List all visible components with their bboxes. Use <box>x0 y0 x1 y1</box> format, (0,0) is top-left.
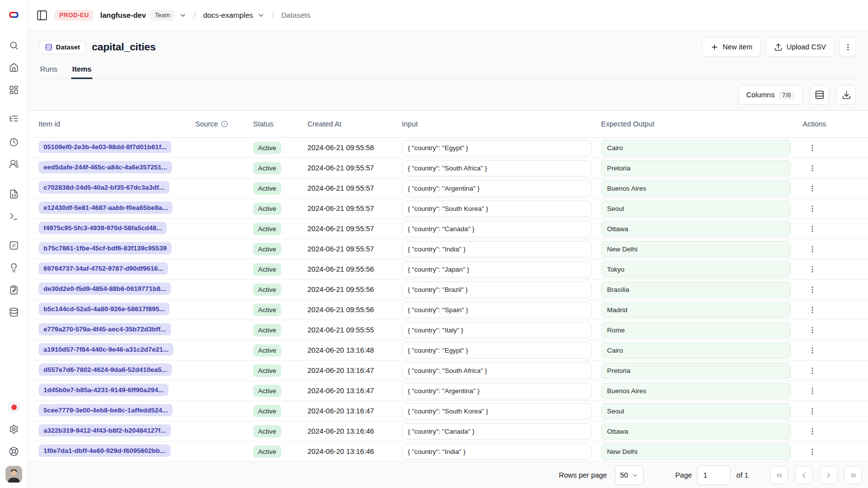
input-box[interactable]: { "country": "Japan" } <box>402 261 592 278</box>
next-page-button[interactable] <box>820 466 837 484</box>
sidebar-item-sessions[interactable] <box>5 133 23 151</box>
sidebar-item-annotation[interactable] <box>5 281 23 299</box>
export-button[interactable] <box>836 85 856 105</box>
expected-output-box[interactable]: Brasília <box>601 282 791 298</box>
upload-csv-button[interactable]: Upload CSV <box>766 37 834 57</box>
table-row[interactable]: 1d45b0e7-b85a-4231-9149-6ff90a294... Act… <box>28 381 868 401</box>
item-id-badge[interactable]: f4975c95-5fc3-4939-970d-58fa5cd48... <box>39 222 167 234</box>
input-box[interactable]: { "country": "Italy" } <box>402 322 592 338</box>
expected-output-box[interactable]: Cairo <box>601 342 791 359</box>
sidebar-item-home[interactable] <box>5 59 23 77</box>
table-row[interactable]: e12430df-5e81-4687-aabb-f0ea65be8a... Ac… <box>28 199 868 219</box>
row-actions-button[interactable] <box>806 283 819 296</box>
table-row[interactable]: 5cee7779-3e00-4eb8-be8c-1affedd524... Ac… <box>28 401 868 421</box>
item-id-badge[interactable]: e12430df-5e81-4687-aabb-f0ea65be8a... <box>39 202 173 214</box>
row-actions-button[interactable] <box>806 364 819 377</box>
expected-output-box[interactable]: Buenos Aires <box>601 180 791 197</box>
item-id-badge[interactable]: 5cee7779-3e00-4eb8-be8c-1affedd524... <box>39 404 173 416</box>
sidebar-item-search[interactable] <box>5 37 23 54</box>
expected-output-box[interactable]: Ottawa <box>601 221 791 237</box>
row-actions-button[interactable] <box>806 141 819 155</box>
columns-button[interactable]: Columns 7/8 <box>738 85 803 105</box>
tab-items[interactable]: Items <box>71 60 92 79</box>
input-box[interactable]: { "country": "Canada" } <box>402 221 592 237</box>
item-id-badge[interactable]: de30d2e0-f5d9-4854-88b6-0619771b8... <box>39 283 171 295</box>
sidebar-item-settings[interactable] <box>5 420 23 438</box>
row-actions-button[interactable] <box>806 162 819 175</box>
input-box[interactable]: { "country": "India" } <box>402 444 592 460</box>
item-id-badge[interactable]: eed5dafe-244f-465c-a84c-4a6e357251... <box>39 161 172 173</box>
row-actions-button[interactable] <box>806 303 819 317</box>
user-avatar[interactable] <box>5 466 22 483</box>
sidebar-item-datasets[interactable] <box>5 303 23 321</box>
item-id-badge[interactable]: 1f0e7da1-dbff-4e60-929d-f6095602bb... <box>39 445 171 457</box>
expected-output-box[interactable]: Madrid <box>601 302 791 318</box>
table-row[interactable]: e779a270-579a-4f45-aec4-35b72d3bff... Ac… <box>28 320 868 340</box>
sidebar-item-playground[interactable] <box>5 207 23 225</box>
item-id-badge[interactable]: b5c144cd-52a5-4a80-926e-58617f895... <box>39 303 170 315</box>
row-actions-button[interactable] <box>806 243 819 256</box>
first-page-button[interactable] <box>770 466 788 484</box>
table-row[interactable]: f4975c95-5fc3-4939-970d-58fa5cd48... Act… <box>28 219 868 239</box>
item-id-badge[interactable]: 69764737-34af-4752-9787-d90df9616... <box>39 262 168 275</box>
item-id-badge[interactable]: d557e7d6-7802-4624-9da6-52d410ea5... <box>39 364 172 376</box>
expected-output-box[interactable]: Pretoria <box>601 160 791 176</box>
info-icon[interactable] <box>221 121 228 127</box>
row-actions-button[interactable] <box>806 405 819 418</box>
input-box[interactable]: { "country": "South Korea" } <box>402 403 592 419</box>
expected-output-box[interactable]: Seoul <box>601 403 791 419</box>
table-row[interactable]: a1910d57-7f84-440c-9e46-a31c2d7e21... Ac… <box>28 340 868 361</box>
input-box[interactable]: { "country": "Argentina" } <box>402 383 592 399</box>
expected-output-box[interactable]: Cairo <box>601 140 791 156</box>
row-actions-button[interactable] <box>806 263 819 276</box>
input-box[interactable]: { "country": "India" } <box>402 241 592 257</box>
input-box[interactable]: { "country": "South Africa" } <box>402 363 592 379</box>
input-box[interactable]: { "country": "South Africa" } <box>402 160 592 176</box>
table-row[interactable]: 05109ef0-2e3b-4e03-98dd-8f7d01b61f... Ac… <box>28 138 868 158</box>
expected-output-box[interactable]: New Delhi <box>601 241 791 257</box>
sidebar-toggle-button[interactable] <box>36 9 48 21</box>
more-options-button[interactable] <box>839 37 856 57</box>
breadcrumb-datasets[interactable]: Datasets <box>281 11 310 19</box>
last-page-button[interactable] <box>844 466 862 484</box>
previous-page-button[interactable] <box>795 466 813 484</box>
input-box[interactable]: { "country": "Argentina" } <box>402 180 592 197</box>
row-actions-button[interactable] <box>806 425 819 438</box>
expected-output-box[interactable]: Seoul <box>601 201 791 217</box>
tab-runs[interactable]: Runs <box>39 60 58 79</box>
row-height-button[interactable] <box>810 85 829 105</box>
sidebar-item-evaluation[interactable] <box>5 237 23 254</box>
input-box[interactable]: { "country": "Spain" } <box>402 302 592 318</box>
table-row[interactable]: b5c144cd-52a5-4a80-926e-58617f895... Act… <box>28 300 868 320</box>
sidebar-item-tracing[interactable] <box>5 110 23 127</box>
expected-output-box[interactable]: Rome <box>601 322 791 338</box>
row-actions-button[interactable] <box>806 324 819 337</box>
row-actions-button[interactable] <box>806 202 819 215</box>
input-box[interactable]: { "country": "Egypt" } <box>402 342 592 359</box>
item-id-badge[interactable]: b75c7861-1fbe-45cf-bdf6-83f139c95539 <box>39 242 172 254</box>
table-row[interactable]: d557e7d6-7802-4624-9da6-52d410ea5... Act… <box>28 361 868 381</box>
row-actions-button[interactable] <box>806 445 819 458</box>
rows-per-page-select[interactable]: 50 <box>615 465 644 485</box>
table-row[interactable]: c702838d-24d5-40a2-bf35-67dc3a3df... Act… <box>28 178 868 199</box>
table-row[interactable]: eed5dafe-244f-465c-a84c-4a6e357251... Ac… <box>28 158 868 178</box>
expected-output-box[interactable]: Tokyo <box>601 261 791 278</box>
table-row[interactable]: 1f0e7da1-dbff-4e60-929d-f6095602bb... Ac… <box>28 442 868 462</box>
row-actions-button[interactable] <box>806 344 819 357</box>
item-id-badge[interactable]: c702838d-24d5-40a2-bf35-67dc3a3df... <box>39 181 170 194</box>
expected-output-box[interactable]: New Delhi <box>601 444 791 460</box>
item-id-badge[interactable]: e779a270-579a-4f45-aec4-35b72d3bff... <box>39 323 171 335</box>
langfuse-logo-icon[interactable] <box>7 8 21 22</box>
row-actions-button[interactable] <box>806 222 819 236</box>
sidebar-item-dashboard[interactable] <box>5 81 23 99</box>
sidebar-item-prompts[interactable] <box>5 185 23 203</box>
table-row[interactable]: 69764737-34af-4752-9787-d90df9616... Act… <box>28 259 868 280</box>
expected-output-box[interactable]: Buenos Aires <box>601 383 791 399</box>
page-number-input[interactable] <box>697 465 731 485</box>
item-id-badge[interactable]: a1910d57-7f84-440c-9e46-a31c2d7e21... <box>39 343 174 356</box>
project-switcher[interactable]: docs-examples <box>203 11 265 19</box>
input-box[interactable]: { "country": "South Korea" } <box>402 201 592 217</box>
sidebar-item-support[interactable] <box>5 443 23 460</box>
item-id-badge[interactable]: 05109ef0-2e3b-4e03-98dd-8f7d01b61f... <box>39 141 172 153</box>
expected-output-box[interactable]: Pretoria <box>601 363 791 379</box>
